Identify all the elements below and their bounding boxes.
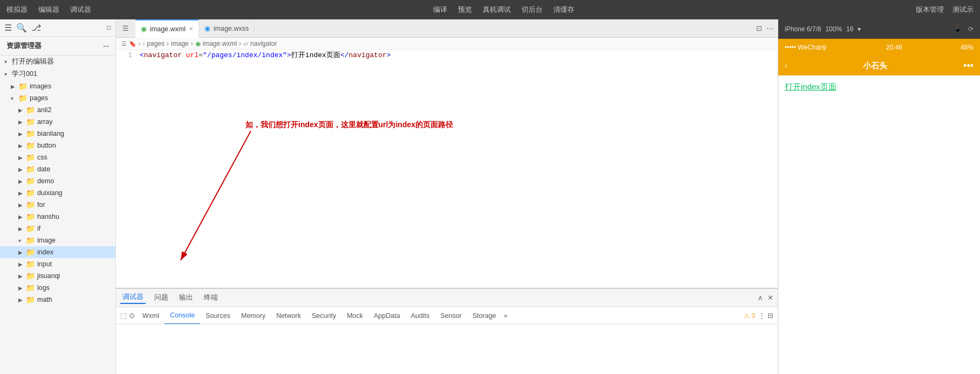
sidebar-more-icon[interactable]: ··· <box>103 42 109 50</box>
sidebar-title: 资源管理器 <box>6 41 42 51</box>
preview-phone-icon[interactable]: 📱 <box>954 25 962 33</box>
devtools-tab-storage[interactable]: Storage <box>467 307 502 324</box>
line-number-1: 1 <box>116 50 138 61</box>
preview-rotate-icon[interactable]: ⟳ <box>968 25 974 33</box>
sidebar-header: 资源管理器 ··· <box>0 37 115 56</box>
tab-wxml-close[interactable]: ✕ <box>189 26 193 32</box>
sidebar-item-math[interactable]: ▶ 📁 math <box>0 294 115 306</box>
sidebar: ☰ 🔍 ⎇ ⊡ 资源管理器 ··· ▾ 打开的编辑器 ▾ 学习001 ▶ <box>0 19 116 374</box>
toolbar-background[interactable]: 切后台 <box>522 5 543 15</box>
toolbar-version-mgmt[interactable]: 版本管理 <box>916 5 944 15</box>
toolbar-editor[interactable]: 编辑器 <box>38 5 59 15</box>
devtools-tab-sources[interactable]: Sources <box>200 307 236 324</box>
devtools-tab-console[interactable]: Console <box>165 307 200 324</box>
sidebar-menu-icon[interactable]: ☰ <box>4 23 12 33</box>
devtools-header-tab-terminal[interactable]: 终端 <box>202 292 220 303</box>
devtools-tab-wxml[interactable]: Wxml <box>137 307 165 324</box>
sidebar-item-jisuanqi[interactable]: ▶ 📁 jisuanqi <box>0 270 115 282</box>
devtools-tab-audits[interactable]: Audits <box>406 307 435 324</box>
tab-wxss[interactable]: ◉ image.wxss <box>199 19 255 38</box>
devtools-more-tabs[interactable]: » <box>504 311 508 320</box>
breadcrumb-navigator[interactable]: navigator <box>250 40 277 47</box>
device-dropdown-icon[interactable]: ▾ <box>858 25 861 33</box>
sidebar-item-index[interactable]: ▶ 📁 index <box>0 246 115 258</box>
devtools-tab-network[interactable]: Network <box>271 307 306 324</box>
editor-menu-icon[interactable]: ☰ <box>116 24 135 32</box>
toolbar-clear-cache[interactable]: 清缓存 <box>553 5 574 15</box>
sidebar-item-button[interactable]: ▶ 📁 button <box>0 140 115 151</box>
sidebar-search-icon[interactable]: 🔍 <box>16 23 27 33</box>
breadcrumb-forward[interactable]: › <box>143 40 145 47</box>
devtools-inspect-icon[interactable]: ⊙ <box>129 311 135 320</box>
breadcrumb-bookmark-icon[interactable]: 🔖 <box>129 40 136 47</box>
sidebar-item-images[interactable]: ▶ 📁 images <box>0 80 115 92</box>
devtools-header-tab-output[interactable]: 输出 <box>177 292 195 303</box>
devtools-tab-memory[interactable]: Memory <box>236 307 271 324</box>
devtools-header-tab-debugger[interactable]: 调试器 <box>120 292 146 304</box>
devtools-dock-icon[interactable]: ⊟ <box>767 311 773 320</box>
devtools-close-icon[interactable]: ✕ <box>767 294 773 302</box>
warning-icon: ⚠ <box>744 312 750 320</box>
more-actions-icon[interactable]: ⋯ <box>766 24 773 32</box>
phone-nav-dots[interactable]: ••• <box>963 60 974 72</box>
devtools-tab-mock[interactable]: Mock <box>341 307 368 324</box>
sidebar-item-for[interactable]: ▶ 📁 for <box>0 199 115 211</box>
phone-battery: 46% <box>961 44 974 51</box>
sidebar-item-anli2[interactable]: ▶ 📁 anli2 <box>0 104 115 116</box>
wxml-file-icon: ◉ <box>141 25 147 33</box>
phone-nav-bar: ‹ 小石头 ••• <box>778 56 980 75</box>
devtools-selector-icon[interactable]: ⬚ <box>120 311 127 320</box>
editor-tab-actions: ⊡ ⋯ <box>752 24 778 32</box>
split-editor-icon[interactable]: ⊡ <box>756 24 762 32</box>
device-selector[interactable]: iPhone 6/7/8 100% 16 ▾ <box>785 25 861 33</box>
devtools-options-icon[interactable]: ⋮ <box>758 311 765 320</box>
toolbar-simulator[interactable]: 模拟器 <box>6 5 28 15</box>
sidebar-item-input[interactable]: ▶ 📁 input <box>0 258 115 270</box>
toolbar-debugger[interactable]: 调试器 <box>70 5 91 15</box>
devtools-content <box>116 324 778 374</box>
device-zoom: 100% <box>825 25 842 33</box>
tab-wxml[interactable]: ◉ image.wxml ✕ <box>135 19 199 38</box>
sidebar-git-icon[interactable]: ⎇ <box>31 23 41 33</box>
sidebar-item-pages[interactable]: ▾ 📁 pages <box>0 92 115 104</box>
code-editor[interactable]: 1 <navigator url="/pages/index/index">打开… <box>116 50 778 288</box>
sidebar-open-editors[interactable]: ▾ 打开的编辑器 <box>0 56 115 68</box>
sidebar-item-array[interactable]: ▶ 📁 array <box>0 116 115 128</box>
breadcrumb-back[interactable]: ‹ <box>139 40 141 47</box>
sidebar-item-if[interactable]: ▶ 📁 if <box>0 223 115 234</box>
sidebar-item-demo[interactable]: ▶ 📁 demo <box>0 175 115 187</box>
warning-count: 3 <box>751 312 755 320</box>
sidebar-project-root[interactable]: ▾ 学习001 <box>0 68 115 80</box>
device-label: iPhone 6/7/8 <box>785 25 821 33</box>
sidebar-item-duixiang[interactable]: ▶ 📁 duixiang <box>0 187 115 199</box>
phone-signal: ••••• WeChat令 <box>785 43 828 52</box>
sidebar-item-bianliang[interactable]: ▶ 📁 bianliang <box>0 128 115 140</box>
sidebar-item-logs[interactable]: ▶ 📁 logs <box>0 282 115 294</box>
preview-toolbar: iPhone 6/7/8 100% 16 ▾ 📱 ⟳ <box>778 19 980 39</box>
line-content-1: <navigator url="/pages/index/index">打开in… <box>138 50 778 61</box>
devtools-header-tab-issues[interactable]: 问题 <box>152 292 170 303</box>
phone-back-icon[interactable]: ‹ <box>785 61 787 70</box>
devtools-tabs-row: ⬚ ⊙ Wxml Console Sources Memory Network … <box>116 307 778 324</box>
toolbar-test[interactable]: 测试示 <box>952 5 974 15</box>
breadcrumb-pages[interactable]: pages <box>147 40 165 47</box>
sidebar-item-hanshu[interactable]: ▶ 📁 hanshu <box>0 211 115 223</box>
toolbar-preview[interactable]: 预览 <box>458 5 472 15</box>
breadcrumb-menu-icon[interactable]: ☰ <box>121 40 127 47</box>
toolbar-compile[interactable]: 编译 <box>433 5 447 15</box>
breadcrumb-image-dir[interactable]: image <box>171 40 189 47</box>
sidebar-item-image[interactable]: ▾ 📁 image <box>0 234 115 246</box>
wxss-file-icon: ◉ <box>204 24 210 32</box>
devtools-tab-security[interactable]: Security <box>306 307 341 324</box>
devtools-collapse-icon[interactable]: ∧ <box>758 294 763 302</box>
phone-navigator-link[interactable]: 打开index页面 <box>785 82 837 91</box>
devtools-tab-sensor[interactable]: Sensor <box>435 307 467 324</box>
phone-content: 打开index页面 <box>778 75 980 374</box>
toolbar-device-debug[interactable]: 真机调试 <box>483 5 511 15</box>
sidebar-item-date[interactable]: ▶ 📁 date <box>0 163 115 175</box>
phone-frame: ••••• WeChat令 20:46 46% ‹ 小石头 ••• 打开inde… <box>778 39 980 374</box>
sidebar-expand-icon[interactable]: ⊡ <box>106 24 111 31</box>
devtools-tab-appdata[interactable]: AppData <box>368 307 406 324</box>
sidebar-item-css[interactable]: ▶ 📁 css <box>0 151 115 163</box>
breadcrumb-file[interactable]: image.wxml <box>203 40 237 47</box>
